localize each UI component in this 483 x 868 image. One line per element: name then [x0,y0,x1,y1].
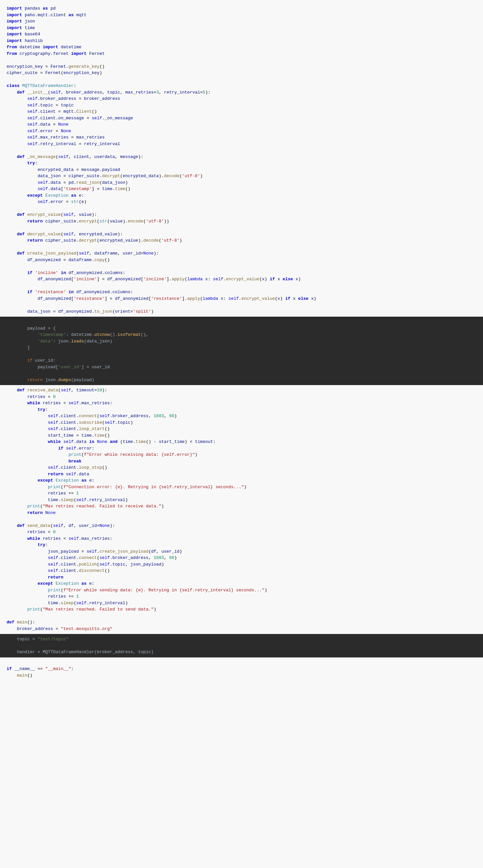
code-block-light-2: def receive_data(self, timeout=10): retr… [0,385,483,634]
code-block-dark-1: payload = { 'timestamp': datetime.utcnow… [0,317,483,385]
code-block-dark-2: topic = "test/topic" handler = MQTTDataF… [0,634,483,657]
code-block-light-1: import pandas as pd import paho.mqtt.cli… [0,3,483,317]
code-block-light-3: if __name__ == "__main__": main() [0,657,483,681]
code-container: import pandas as pd import paho.mqtt.cli… [0,0,483,868]
